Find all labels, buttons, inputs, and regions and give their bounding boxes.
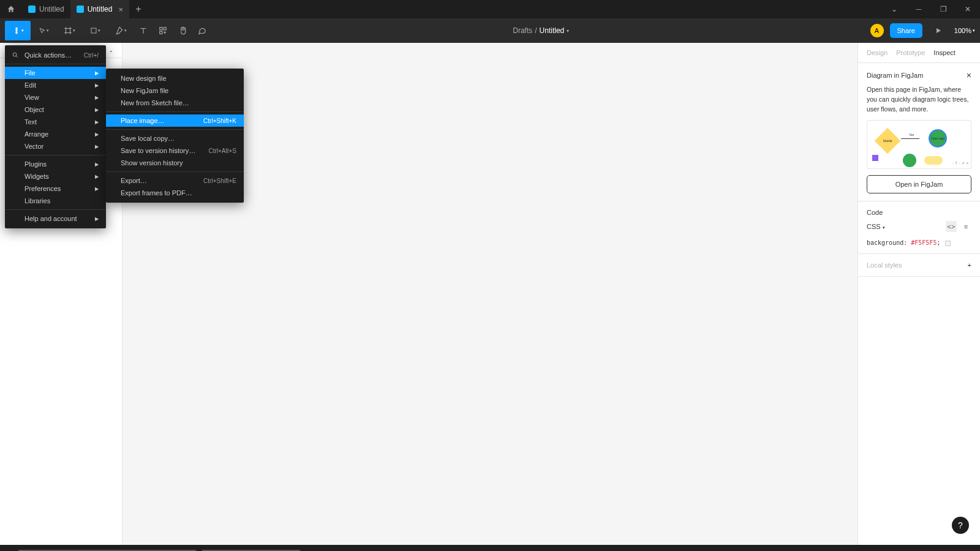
shape-tool[interactable]: ▾ — [82, 21, 108, 40]
svg-point-7 — [13, 53, 17, 56]
breadcrumb-sep: / — [535, 26, 537, 35]
local-styles-section: Local styles + — [858, 254, 980, 277]
add-style-icon[interactable]: + — [968, 261, 971, 269]
code-line: background: #F5F5F5; — [867, 239, 971, 246]
frame-tool[interactable]: ▾ — [56, 21, 82, 40]
main-menu-button[interactable]: ▾ — [5, 21, 31, 40]
svg-rect-6 — [160, 31, 162, 34]
status-bar — [0, 545, 980, 551]
file-menu-show-version-history[interactable]: Show version history — [106, 157, 244, 169]
file-menu-new-design-file[interactable]: New design file — [106, 72, 244, 84]
toolbar: ▾ ▾ ▾ ▾ ▾ Drafts / — [0, 18, 980, 43]
menu-vector[interactable]: Vector▶ — [5, 140, 106, 152]
menu-edit[interactable]: Edit▶ — [5, 79, 106, 91]
main-menu-dropdown: Quick actions… Ctrl+/ File▶Edit▶View▶Obj… — [5, 45, 106, 228]
svg-point-0 — [15, 28, 18, 30]
file-menu-new-figjam-file[interactable]: New FigJam file — [106, 84, 244, 97]
figjam-preview: Mobile Yes Open app · T · ↗ ≡ — [867, 120, 971, 169]
file-menu-save-local-copy-[interactable]: Save local copy… — [106, 132, 244, 144]
chevron-down-icon[interactable]: ▾ — [567, 28, 569, 34]
section-title: Code — [867, 209, 883, 216]
file-menu-export-[interactable]: Export…Ctrl+Shift+E — [106, 174, 244, 187]
new-tab-button[interactable]: + — [129, 0, 148, 18]
chevron-right-icon: ▶ — [95, 107, 99, 113]
chevron-down-icon[interactable]: ⌄ — [882, 0, 907, 18]
pen-tool[interactable]: ▾ — [108, 21, 134, 40]
home-button[interactable] — [0, 0, 22, 18]
avatar[interactable]: A — [870, 24, 884, 37]
window-controls: ⌄ ─ ❐ ✕ — [882, 0, 980, 18]
close-window-button[interactable]: ✕ — [956, 0, 980, 18]
svg-rect-3 — [91, 28, 96, 33]
preview-tools: · T · ↗ ≡ — [952, 161, 968, 166]
page-title[interactable]: Untitled — [540, 26, 565, 35]
code-language-select[interactable]: CSS ▾ — [867, 223, 885, 230]
file-menu-export-frames-to-pdf-[interactable]: Export frames to PDF… — [106, 187, 244, 199]
svg-rect-5 — [164, 28, 166, 30]
figma-file-icon — [28, 6, 36, 13]
chevron-right-icon: ▶ — [95, 174, 99, 179]
section-title: Diagram in FigJam — [867, 72, 923, 79]
tab-untitled-2[interactable]: Untitled × — [70, 0, 129, 18]
close-tab-icon[interactable]: × — [118, 5, 123, 14]
inspect-panel: Design Prototype Inspect Diagram in FigJ… — [858, 43, 980, 545]
search-icon — [12, 52, 18, 58]
close-icon[interactable]: × — [967, 70, 971, 80]
menu-preferences[interactable]: Preferences▶ — [5, 182, 106, 195]
svg-point-2 — [15, 32, 18, 34]
file-menu-save-to-version-history-[interactable]: Save to version history…Ctrl+Alt+S — [106, 144, 244, 157]
menu-arrange[interactable]: Arrange▶ — [5, 128, 106, 140]
zoom-level[interactable]: 100% ▾ — [954, 27, 975, 34]
menu-view[interactable]: View▶ — [5, 91, 106, 103]
menu-text[interactable]: Text▶ — [5, 116, 106, 128]
file-menu-new-from-sketch-file-[interactable]: New from Sketch file… — [106, 97, 244, 109]
tab-bar: Untitled Untitled × + ⌄ ─ ❐ ✕ — [0, 0, 980, 18]
file-submenu: New design fileNew FigJam fileNew from S… — [106, 69, 244, 203]
chevron-down-icon: ⌄ — [109, 48, 113, 53]
help-button[interactable]: ? — [952, 517, 969, 534]
code-view-icon[interactable]: <> — [946, 221, 957, 232]
figjam-description: Open this page in FigJam, where you can … — [867, 85, 971, 114]
chevron-right-icon: ▶ — [95, 83, 99, 88]
tab-untitled-1[interactable]: Untitled — [22, 0, 70, 18]
share-button[interactable]: Share — [890, 23, 922, 38]
chevron-right-icon: ▶ — [95, 119, 99, 125]
color-swatch — [945, 241, 951, 246]
tab-label: Untitled — [88, 5, 113, 13]
menu-plugins[interactable]: Plugins▶ — [5, 158, 106, 170]
chevron-down-icon: ▾ — [973, 28, 975, 33]
comment-tool[interactable] — [192, 21, 212, 40]
maximize-button[interactable]: ❐ — [931, 0, 956, 18]
open-in-figjam-button[interactable]: Open in FigJam — [867, 175, 971, 193]
chevron-right-icon: ▶ — [95, 216, 99, 222]
breadcrumb-parent[interactable]: Drafts — [513, 26, 532, 35]
section-title: Local styles — [867, 261, 902, 269]
tab-label: Untitled — [39, 5, 64, 13]
text-tool[interactable] — [134, 21, 153, 40]
present-button[interactable] — [929, 21, 948, 40]
chevron-right-icon: ▶ — [95, 95, 99, 100]
chevron-right-icon: ▶ — [95, 186, 99, 192]
tab-prototype[interactable]: Prototype — [896, 49, 925, 56]
code-section: Code CSS ▾ <> ≡ background: #F5F5F5; — [858, 201, 980, 254]
tab-inspect[interactable]: Inspect — [933, 49, 955, 56]
chevron-right-icon: ▶ — [95, 144, 99, 149]
hand-tool[interactable] — [173, 21, 192, 40]
file-menu-place-image-[interactable]: Place image…Ctrl+Shift+K — [106, 114, 244, 127]
tab-design[interactable]: Design — [867, 49, 888, 56]
move-tool[interactable]: ▾ — [31, 21, 56, 40]
breadcrumb: Drafts / Untitled ▾ — [212, 26, 870, 35]
menu-file[interactable]: File▶ — [5, 67, 106, 79]
figjam-section: Diagram in FigJam × Open this page in Fi… — [858, 63, 980, 201]
menu-help-and-account[interactable]: Help and account▶ — [5, 212, 106, 225]
menu-object[interactable]: Object▶ — [5, 103, 106, 116]
menu-widgets[interactable]: Widgets▶ — [5, 170, 106, 182]
resources-tool[interactable] — [153, 21, 173, 40]
chevron-right-icon: ▶ — [95, 162, 99, 167]
minimize-button[interactable]: ─ — [907, 0, 931, 18]
svg-point-1 — [15, 29, 18, 32]
menu-libraries[interactable]: Libraries — [5, 195, 106, 207]
menu-quick-actions[interactable]: Quick actions… Ctrl+/ — [5, 49, 106, 61]
list-view-icon[interactable]: ≡ — [960, 221, 971, 232]
panel-tabs: Design Prototype Inspect — [858, 43, 980, 63]
